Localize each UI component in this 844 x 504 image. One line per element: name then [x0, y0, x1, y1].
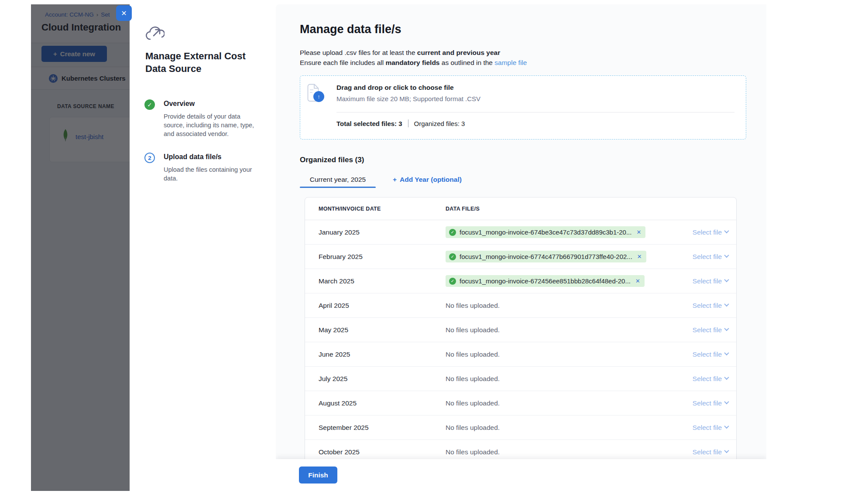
total-selected-files: Total selected files: 3 — [336, 120, 402, 127]
step-upload-label[interactable]: Upload data file/s — [164, 153, 221, 161]
table-row: February 2025 ✓ focusv1_mongo-invoice-67… — [305, 245, 736, 269]
empty-text: No files uploaded. — [446, 326, 500, 334]
chevron-down-icon — [724, 326, 729, 331]
select-file-dropdown[interactable]: Select file — [693, 399, 736, 407]
check-circle-icon: ✓ — [449, 253, 456, 260]
file-dropzone[interactable]: ↑ Drag and drop or click to choose file … — [300, 75, 746, 140]
chevron-down-icon — [724, 302, 729, 306]
month-label: July 2025 — [305, 375, 446, 383]
sample-file-link[interactable]: sample file — [494, 59, 527, 66]
month-label: February 2025 — [305, 253, 446, 261]
table-row: May 2025 No files uploaded. Select file — [305, 318, 736, 342]
select-file-label: Select file — [693, 448, 722, 456]
remove-file-icon[interactable]: ✕ — [636, 229, 641, 235]
select-file-label: Select file — [693, 228, 722, 236]
dropzone-stats: Total selected files: 3 Organized files:… — [336, 119, 465, 127]
table-row: April 2025 No files uploaded. Select fil… — [305, 293, 736, 318]
chevron-down-icon — [724, 253, 729, 258]
select-file-dropdown[interactable]: Select file — [693, 326, 736, 334]
file-rows: January 2025 ✓ focusv1_mongo-invoice-674… — [305, 220, 736, 464]
check-glyph: ✓ — [451, 254, 454, 259]
table-row: June 2025 No files uploaded. Select file — [305, 342, 736, 367]
add-year-button[interactable]: +Add Year (optional) — [393, 176, 462, 184]
file-cell: No files uploaded. — [446, 375, 693, 383]
select-file-dropdown[interactable]: Select file — [693, 375, 736, 383]
check-icon: ✓ — [148, 102, 152, 108]
month-label: January 2025 — [305, 228, 446, 236]
month-label: June 2025 — [305, 351, 446, 358]
empty-text: No files uploaded. — [446, 351, 500, 358]
step-complete-icon: ✓ — [144, 99, 155, 110]
check-circle-icon: ✓ — [449, 278, 456, 285]
chevron-down-icon — [724, 228, 729, 233]
select-file-dropdown[interactable]: Select file — [693, 228, 736, 236]
empty-text: No files uploaded. — [446, 448, 500, 456]
cloud-export-icon — [145, 25, 165, 41]
select-file-label: Select file — [693, 302, 722, 310]
month-label: August 2025 — [305, 399, 446, 407]
close-button[interactable]: ✕ — [116, 5, 132, 21]
tab-current-year[interactable]: Current year, 2025 — [300, 176, 376, 184]
file-cell: ✓ focusv1_mongo-invoice-6774c477b667901d… — [446, 251, 693, 262]
intro-line2-text: Ensure each file includes all — [300, 59, 385, 66]
select-file-label: Select file — [693, 351, 722, 358]
intro-text: Please upload .csv files for at least th… — [300, 48, 527, 68]
intro-line-1: Please upload .csv files for at least th… — [300, 48, 527, 58]
file-cell: No files uploaded. — [446, 399, 693, 407]
intro-line-2: Ensure each file includes all mandatory … — [300, 58, 527, 68]
chevron-down-icon — [724, 424, 729, 429]
close-icon: ✕ — [121, 9, 127, 17]
file-cell: No files uploaded. — [446, 448, 693, 456]
intro-line2-bold: mandatory fields — [385, 59, 439, 66]
check-glyph: ✓ — [451, 279, 454, 283]
file-chip-name: focusv1_mongo-invoice-672456ee851bbb28c6… — [460, 277, 631, 285]
main-title: Manage data file/s — [300, 23, 401, 36]
table-row: March 2025 ✓ focusv1_mongo-invoice-67245… — [305, 269, 736, 293]
intro-line1-bold: current and previous year — [417, 49, 500, 56]
chevron-down-icon — [724, 277, 729, 282]
step-overview-label[interactable]: Overview — [164, 100, 195, 108]
chevron-down-icon — [724, 351, 729, 355]
empty-text: No files uploaded. — [446, 302, 500, 310]
table-row: July 2025 No files uploaded. Select file — [305, 367, 736, 391]
chevron-down-icon — [724, 375, 729, 380]
file-chip: ✓ focusv1_mongo-invoice-674be3ce47c73d37… — [446, 226, 645, 238]
upload-arrow-icon: ↑ — [313, 91, 324, 102]
remove-file-icon[interactable]: ✕ — [637, 253, 642, 260]
remove-file-icon[interactable]: ✕ — [635, 278, 640, 284]
select-file-dropdown[interactable]: Select file — [693, 424, 736, 432]
table-row: January 2025 ✓ focusv1_mongo-invoice-674… — [305, 220, 736, 245]
main-panel: Manage data file/s Please upload .csv fi… — [276, 4, 766, 491]
active-tab-underline — [300, 187, 376, 188]
file-cell: No files uploaded. — [446, 326, 693, 334]
intro-line1-text: Please upload .csv files for at least th… — [300, 49, 417, 56]
organized-files-table: MONTH/INVOICE DATE DATA FILE/S January 2… — [305, 197, 737, 476]
select-file-dropdown[interactable]: Select file — [693, 351, 736, 358]
column-files-header: DATA FILE/S — [446, 206, 480, 212]
empty-text: No files uploaded. — [446, 399, 500, 407]
empty-text: No files uploaded. — [446, 424, 500, 432]
select-file-label: Select file — [693, 424, 722, 432]
table-row: August 2025 No files uploaded. Select fi… — [305, 391, 736, 415]
intro-line2-text2: as outlined in the — [439, 59, 494, 66]
plus-icon: + — [393, 176, 397, 184]
select-file-dropdown[interactable]: Select file — [693, 277, 736, 285]
finish-button[interactable]: Finish — [299, 467, 337, 484]
select-file-dropdown[interactable]: Select file — [693, 448, 736, 456]
month-label: May 2025 — [305, 326, 446, 334]
wizard-panel: Manage External Cost Data Source ✓ Overv… — [130, 4, 276, 491]
select-file-dropdown[interactable]: Select file — [693, 302, 736, 310]
select-file-label: Select file — [693, 326, 722, 334]
dropzone-subtitle: Maximum file size 20 MB; Supported forma… — [336, 95, 480, 102]
select-file-label: Select file — [693, 399, 722, 407]
table-header-row: MONTH/INVOICE DATE DATA FILE/S — [305, 198, 736, 220]
step-overview-description: Provide details of your data source, inc… — [164, 112, 259, 138]
arrow-glyph: ↑ — [317, 93, 320, 100]
organized-files-heading: Organized files (3) — [300, 156, 364, 164]
footer-bar: Finish — [276, 459, 766, 491]
select-file-dropdown[interactable]: Select file — [693, 253, 736, 261]
stats-divider — [408, 119, 408, 127]
check-circle-icon: ✓ — [449, 229, 456, 236]
file-cell: No files uploaded. — [446, 302, 693, 310]
file-cell: ✓ focusv1_mongo-invoice-672456ee851bbb28… — [446, 275, 693, 287]
